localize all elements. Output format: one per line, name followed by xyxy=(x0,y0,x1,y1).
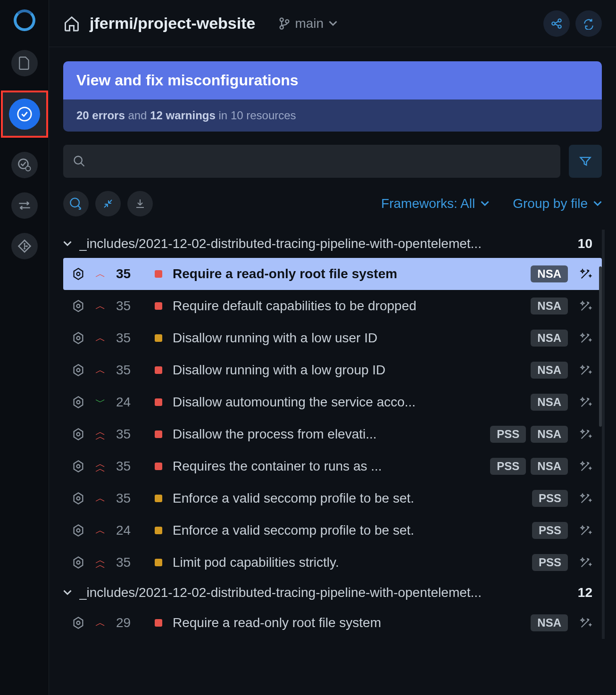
issue-title: Enforce a valid seccomp profile to be se… xyxy=(173,491,522,506)
search-input[interactable] xyxy=(63,145,560,178)
issue-row[interactable]: ﹀ 24 Disallow automounting the service a… xyxy=(63,386,602,418)
collapse-button[interactable] xyxy=(95,191,121,216)
framework-badge: NSA xyxy=(531,426,568,443)
svg-point-9 xyxy=(552,22,555,25)
compare-icon[interactable] xyxy=(11,192,38,219)
line-number: 35 xyxy=(116,427,135,442)
severity-indicator xyxy=(155,430,162,438)
refresh-button[interactable] xyxy=(575,10,602,37)
line-number: 24 xyxy=(116,395,135,410)
issue-title: Enforce a valid seccomp profile to be se… xyxy=(173,523,522,538)
toolbar: Frameworks: All Group by file xyxy=(63,191,602,216)
issue-row[interactable]: ︿ 35 Require default capabilities to be … xyxy=(63,290,602,322)
issue-row[interactable]: ︿︿ 35 Requires the container to runs as … xyxy=(63,450,602,482)
issue-title: Require default capabilities to be dropp… xyxy=(173,298,520,314)
repo-name: jfermi/project-website xyxy=(90,14,255,33)
svg-point-18 xyxy=(77,401,80,404)
autofix-button[interactable] xyxy=(578,363,593,378)
issue-row[interactable]: ︿ 35 Require a read-only root file syste… xyxy=(63,258,602,290)
issue-row[interactable]: ︿ 24 Enforce a valid seccomp profile to … xyxy=(63,514,602,546)
issue-row[interactable]: ︿︿ 35 Disallow the process from elevati.… xyxy=(63,418,602,450)
issue-list: _includes/2021-12-02-distributed-tracing… xyxy=(63,230,605,639)
share-button[interactable] xyxy=(543,10,570,37)
svg-point-20 xyxy=(77,465,80,468)
line-number: 29 xyxy=(116,615,135,630)
priority-high-icon: ︿ xyxy=(95,267,106,281)
resource-icon xyxy=(72,556,85,569)
autofix-button[interactable] xyxy=(578,523,593,538)
svg-point-24 xyxy=(77,621,80,625)
autofix-button[interactable] xyxy=(578,395,593,410)
app-logo xyxy=(14,9,35,31)
issue-row[interactable]: ︿ 35 Disallow running with a low group I… xyxy=(63,354,602,386)
groupby-dropdown[interactable]: Group by file xyxy=(513,196,602,211)
rescan-button[interactable] xyxy=(63,191,89,216)
issue-title: Disallow running with a low user ID xyxy=(173,331,520,346)
group-file-name: _includes/2021-12-02-distributed-tracing… xyxy=(79,236,570,251)
line-number: 35 xyxy=(116,298,135,314)
issue-row[interactable]: ︿︿ 35 Limit pod capabilities strictly. P… xyxy=(63,546,602,579)
file-icon[interactable] xyxy=(11,50,38,76)
branch-select[interactable]: main xyxy=(279,16,338,31)
framework-badge: PSS xyxy=(532,522,568,539)
branch-name: main xyxy=(295,16,324,31)
priority-high-icon: ︿ xyxy=(95,616,106,630)
autofix-button[interactable] xyxy=(578,459,593,474)
scrollbar-thumb[interactable] xyxy=(599,266,602,427)
sidebar xyxy=(0,0,49,695)
severity-indicator xyxy=(155,302,162,310)
issue-title: Disallow running with a low group ID xyxy=(173,363,520,378)
issue-row[interactable]: ︿ 29 Require a read-only root file syste… xyxy=(63,607,602,639)
topbar-actions xyxy=(543,10,602,37)
issue-title: Disallow automounting the service acco..… xyxy=(173,395,520,410)
svg-point-0 xyxy=(17,108,31,121)
autofix-button[interactable] xyxy=(578,555,593,570)
framework-badges: NSA xyxy=(531,362,568,379)
issue-row[interactable]: ︿ 35 Disallow running with a low user ID… xyxy=(63,322,602,354)
autofix-button[interactable] xyxy=(578,427,593,442)
issue-title: Limit pod capabilities strictly. xyxy=(173,555,522,570)
validation-icon[interactable] xyxy=(1,91,48,138)
svg-point-11 xyxy=(558,25,561,28)
download-button[interactable] xyxy=(127,191,153,216)
group-header[interactable]: _includes/2021-12-02-distributed-tracing… xyxy=(63,579,602,607)
autofix-button[interactable] xyxy=(578,266,593,281)
line-number: 35 xyxy=(116,363,135,378)
svg-point-19 xyxy=(77,433,80,436)
resource-icon xyxy=(72,524,85,537)
line-number: 35 xyxy=(116,459,135,474)
svg-point-13 xyxy=(70,198,79,207)
framework-badge: NSA xyxy=(531,362,568,379)
priority-highest-icon: ︿︿ xyxy=(95,430,106,439)
framework-badges: NSA xyxy=(531,394,568,411)
group-header[interactable]: _includes/2021-12-02-distributed-tracing… xyxy=(63,230,602,258)
svg-point-22 xyxy=(77,529,80,532)
severity-indicator xyxy=(155,398,162,406)
git-icon[interactable] xyxy=(11,233,38,259)
home-icon[interactable] xyxy=(63,15,80,32)
framework-badges: NSA xyxy=(531,614,568,631)
issue-row[interactable]: ︿ 35 Enforce a valid seccomp profile to … xyxy=(63,482,602,514)
framework-badge: NSA xyxy=(531,458,568,475)
svg-point-6 xyxy=(280,18,283,21)
frameworks-dropdown[interactable]: Frameworks: All xyxy=(381,196,489,211)
group-file-name: _includes/2021-12-02-distributed-tracing… xyxy=(79,585,570,600)
autofix-button[interactable] xyxy=(578,491,593,506)
policy-settings-icon[interactable] xyxy=(11,152,38,178)
banner[interactable]: View and fix misconfigurations 20 errors… xyxy=(63,61,602,132)
filter-button[interactable] xyxy=(569,145,602,178)
framework-badge: NSA xyxy=(531,298,568,314)
framework-badge: NSA xyxy=(531,614,568,631)
autofix-button[interactable] xyxy=(578,298,593,314)
framework-badge: PSS xyxy=(490,458,526,475)
priority-high-icon: ︿ xyxy=(95,331,106,345)
line-number: 35 xyxy=(116,555,135,570)
resource-icon xyxy=(72,428,85,441)
chevron-down-icon xyxy=(328,21,338,26)
severity-indicator xyxy=(155,270,162,278)
autofix-button[interactable] xyxy=(578,331,593,346)
line-number: 35 xyxy=(116,266,135,281)
search-icon xyxy=(73,155,86,168)
resource-icon xyxy=(72,331,85,345)
autofix-button[interactable] xyxy=(578,615,593,630)
